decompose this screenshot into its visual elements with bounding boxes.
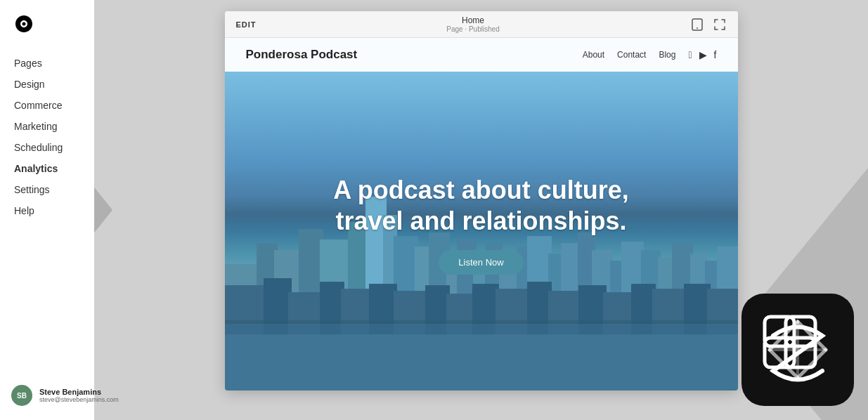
listen-now-button[interactable]: Listen Now bbox=[439, 250, 523, 275]
website-preview: Ponderosa Podcast About Contact Blog  ▶… bbox=[225, 38, 738, 391]
nav-link-about[interactable]: About bbox=[583, 50, 604, 60]
edit-button[interactable]: EDIT bbox=[236, 20, 257, 29]
user-info: Steve Benjamins steve@stevebenjamins.com bbox=[39, 388, 119, 403]
preview-topbar: EDIT Home Page · Published bbox=[225, 11, 738, 38]
svg-rect-54 bbox=[225, 324, 738, 391]
sidebar-item-analytics[interactable]: Analytics bbox=[14, 159, 63, 178]
preview-container: EDIT Home Page · Published bbox=[225, 11, 738, 391]
sidebar-item-commerce[interactable]: Commerce bbox=[14, 96, 63, 115]
nav-link-contact[interactable]: Contact bbox=[617, 50, 646, 60]
sidebar-logo[interactable] bbox=[0, 11, 34, 53]
preview-topbar-icons bbox=[690, 18, 727, 32]
facebook-icon[interactable]: f bbox=[714, 49, 717, 60]
site-nav-icons:  ▶ f bbox=[688, 49, 716, 60]
user-name: Steve Benjamins bbox=[39, 388, 119, 396]
site-logo: Ponderosa Podcast bbox=[246, 48, 358, 62]
user-email: steve@stevebenjamins.com bbox=[39, 396, 119, 403]
sidebar-item-marketing[interactable]: Marketing bbox=[14, 117, 63, 136]
site-hero: Ponderosa Podcast About Contact Blog  ▶… bbox=[225, 38, 738, 391]
site-nav-links: About Contact Blog  ▶ f bbox=[583, 49, 717, 60]
preview-page-title: Home bbox=[446, 15, 500, 25]
svg-rect-53 bbox=[225, 320, 738, 324]
sidebar-item-scheduling[interactable]: Scheduling bbox=[14, 138, 63, 157]
sidebar-footer[interactable]: SB Steve Benjamins steve@stevebenjamins.… bbox=[0, 376, 119, 409]
sidebar-item-help[interactable]: Help bbox=[14, 201, 63, 221]
tablet-view-icon[interactable] bbox=[690, 18, 704, 32]
hero-text: A podcast about culture, travel and rela… bbox=[306, 175, 657, 274]
youtube-icon[interactable]: ▶ bbox=[699, 49, 707, 60]
instagram-icon[interactable]:  bbox=[688, 49, 692, 60]
sidebar-item-settings[interactable]: Settings bbox=[14, 180, 63, 199]
hero-heading: A podcast about culture, travel and rela… bbox=[306, 175, 657, 235]
nav-link-blog[interactable]: Blog bbox=[659, 50, 675, 60]
fullscreen-icon[interactable] bbox=[713, 18, 727, 32]
sidebar: Pages Design Commerce Marketing Scheduli… bbox=[0, 0, 94, 420]
avatar: SB bbox=[11, 385, 32, 406]
svg-point-1 bbox=[697, 27, 698, 29]
site-navbar: Ponderosa Podcast About Contact Blog  ▶… bbox=[225, 38, 738, 72]
sidebar-nav: Pages Design Commerce Marketing Scheduli… bbox=[0, 53, 63, 376]
preview-page-info: Home Page · Published bbox=[446, 15, 500, 33]
squarespace-badge bbox=[741, 294, 854, 406]
sidebar-item-pages[interactable]: Pages bbox=[14, 53, 63, 73]
sidebar-item-design[interactable]: Design bbox=[14, 74, 63, 94]
preview-page-status: Page · Published bbox=[446, 25, 500, 33]
